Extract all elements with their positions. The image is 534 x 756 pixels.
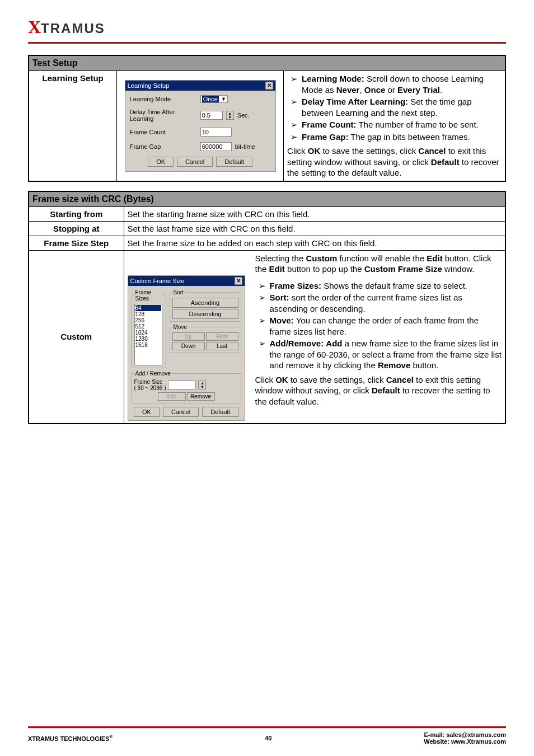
list-item[interactable]: 1518: [135, 342, 161, 348]
row-label: Frame Size Step: [29, 236, 124, 250]
cfs-title: Custom Frame Size: [130, 278, 185, 284]
add-button[interactable]: Add: [158, 392, 186, 401]
list-item[interactable]: 256: [135, 317, 161, 323]
gap-input[interactable]: [200, 142, 232, 151]
logo-text: TRAMUS: [41, 21, 105, 36]
gap-label: Frame Gap: [130, 143, 197, 150]
chevron-down-icon: ▼: [221, 96, 226, 102]
up-button[interactable]: Up: [172, 332, 205, 341]
list-item[interactable]: 512: [135, 323, 161, 330]
cancel-button[interactable]: Cancel: [177, 157, 213, 167]
divider-top: [28, 42, 506, 44]
down-button[interactable]: Down: [172, 342, 205, 350]
ascending-button[interactable]: Ascending: [172, 298, 238, 308]
count-input[interactable]: [200, 128, 232, 137]
sort-legend: Sort: [172, 289, 185, 295]
dialog-title: Learning Setup: [128, 82, 170, 89]
mode-label: Learning Mode: [130, 96, 197, 102]
ar-label: Frame Size: [134, 379, 166, 385]
learning-setup-dialog: Learning Setup ✕ Learning Mode Once▼ Del…: [125, 80, 276, 172]
page-number: 40: [265, 735, 271, 741]
list-item[interactable]: 1024: [135, 330, 161, 336]
bullet-item: Add/Remove: Add a new frame size to the …: [257, 338, 502, 371]
row-desc: Set the frame size to be added on each s…: [124, 236, 505, 250]
footer-right: E-mail: sales@xtramus.com Website: www.X…: [424, 731, 506, 745]
gap-unit: bit-time: [235, 143, 255, 150]
test-setup-header: Test Setup: [29, 55, 505, 71]
close-icon[interactable]: ✕: [265, 82, 273, 90]
bullet-item: Move: You can change the order of each f…: [257, 315, 502, 337]
remove-button[interactable]: Remove: [187, 392, 215, 401]
custom-label: Custom: [29, 250, 124, 424]
para-text: Click OK to save the settings, click Can…: [287, 145, 502, 179]
cancel-button[interactable]: Cancel: [163, 407, 199, 417]
frame-size-header: Frame size with CRC (Bytes): [29, 191, 505, 207]
ok-button[interactable]: OK: [148, 157, 174, 167]
count-label: Frame Count: [130, 129, 197, 135]
list-item[interactable]: 128: [135, 311, 161, 317]
list-item[interactable]: 1280: [135, 336, 161, 342]
last-button[interactable]: Last: [206, 342, 238, 350]
addremove-legend: Add / Remove: [134, 370, 172, 377]
row-desc: Set the last frame size with CRC on this…: [124, 221, 505, 236]
row-desc: Set the starting frame size with CRC on …: [124, 206, 505, 221]
move-legend: Move: [172, 324, 188, 330]
first-button[interactable]: First: [206, 332, 238, 341]
custom-frame-size-dialog: Custom Frame Size ✕ Frame Sizes 64: [128, 275, 245, 421]
sizes-legend: Frame Sizes: [134, 289, 163, 302]
logo-x: X: [28, 17, 41, 37]
default-button[interactable]: Default: [216, 157, 252, 167]
delay-unit: Sec.: [237, 112, 250, 119]
footer: XTRAMUS TECHNOLOGIES® 40 E-mail: sales@x…: [28, 726, 506, 745]
bullet-item: Frame Sizes: Shows the default frame siz…: [257, 280, 502, 292]
logo: XTRAMUS: [28, 17, 506, 37]
delay-spinner[interactable]: ▲▼: [226, 111, 234, 120]
learning-setup-desc: Learning Mode: Scroll down to choose Lea…: [284, 71, 505, 181]
row-label: Starting from: [29, 206, 124, 221]
custom-desc: Selecting the Custom function will enabl…: [255, 253, 502, 407]
bullet-item: Frame Gap: The gap in bits between frame…: [289, 132, 502, 143]
delay-label: Delay Time After Learning: [130, 109, 197, 122]
framesize-input[interactable]: [168, 381, 196, 389]
list-item[interactable]: 64: [135, 305, 161, 311]
delay-input[interactable]: [200, 111, 223, 120]
descending-button[interactable]: Descending: [172, 309, 238, 319]
bullet-item: Delay Time After Learning: Set the time …: [289, 96, 502, 118]
footer-left: XTRAMUS TECHNOLOGIES®: [28, 734, 113, 742]
close-icon[interactable]: ✕: [235, 277, 242, 285]
test-setup-table: Test Setup Learning Setup Learning Setup…: [28, 55, 506, 182]
divider-bottom: [28, 726, 506, 728]
bullet-item: Sort: sort the order of the current fram…: [257, 292, 502, 314]
bullet-item: Frame Count: The number of frame to be s…: [289, 119, 502, 130]
frame-size-table: Frame size with CRC (Bytes) Starting fro…: [28, 191, 506, 424]
mode-select[interactable]: Once▼: [200, 95, 228, 103]
row-label: Stopping at: [29, 221, 124, 236]
learning-setup-label: Learning Setup: [29, 71, 117, 181]
framesize-spinner[interactable]: ▲▼: [198, 381, 206, 389]
ok-button[interactable]: OK: [134, 407, 160, 417]
default-button[interactable]: Default: [202, 407, 238, 417]
ar-range: ( 60 ~ 2036 ): [134, 385, 166, 391]
bullet-item: Learning Mode: Scroll down to choose Lea…: [289, 73, 502, 95]
sizes-listbox[interactable]: 64 128 256 512 1024 1280 1518: [134, 304, 162, 365]
